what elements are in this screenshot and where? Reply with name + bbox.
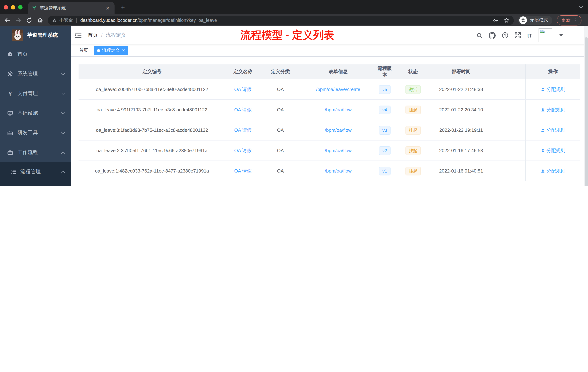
sidebar-item-workflow[interactable]: 工作流程 <box>0 143 71 162</box>
caret-down-icon[interactable] <box>559 34 563 36</box>
sidebar: 芋道管理系统 首页 系统管理 ¥ 支付管理 <box>0 26 71 186</box>
assign-rule-link[interactable]: 分配规则 <box>541 147 566 154</box>
cell-category: OA <box>260 79 300 99</box>
sidebar-item-payment[interactable]: ¥ 支付管理 <box>0 84 71 103</box>
sidebar-item-system[interactable]: 系统管理 <box>0 64 71 84</box>
version-badge: v4 <box>379 105 390 114</box>
sidebar-item-devtools[interactable]: 研发工具 <box>0 123 71 143</box>
sidebar-item-process-form[interactable]: 流程表单 <box>0 181 71 186</box>
definition-name-link[interactable]: OA 请假 <box>234 148 252 153</box>
definition-name-link[interactable]: OA 请假 <box>234 127 252 133</box>
scrollbar-thumb[interactable] <box>585 37 588 186</box>
cell-time: 2022-01-22 20:34:10 <box>433 99 489 120</box>
tag-close-icon[interactable]: ✕ <box>122 48 125 52</box>
version-badge: v5 <box>379 85 390 94</box>
breadcrumb-home[interactable]: 首页 <box>88 32 98 39</box>
form-link[interactable]: /bpm/oa/leave/create <box>316 87 360 92</box>
cell-time: 2022-01-16 01:40:51 <box>433 161 489 181</box>
reload-icon[interactable] <box>24 15 34 25</box>
cell-category: OA <box>260 120 300 140</box>
password-key-icon[interactable] <box>493 17 499 23</box>
chevron-down-icon <box>61 92 65 95</box>
cell-id: oa_leave:1:482ec033-762a-11ec-8477-a2380… <box>79 161 225 181</box>
active-dot <box>97 49 100 52</box>
avatar[interactable] <box>538 28 552 42</box>
tags-view: 首页 流程定义 ✕ <box>71 44 588 57</box>
version-badge: v2 <box>379 146 390 155</box>
toolbox-icon <box>7 150 13 155</box>
sidebar-item-process-management[interactable]: 流程管理 <box>0 162 71 181</box>
chevron-down-icon <box>61 131 65 134</box>
form-link[interactable]: /bpm/oa/flow <box>325 107 351 112</box>
assign-rule-link[interactable]: 分配规则 <box>541 168 566 174</box>
status-badge: 挂起 <box>405 166 421 175</box>
chevron-down-icon <box>61 112 65 114</box>
cell-time: 2022-01-22 19:19:11 <box>433 120 489 140</box>
col-header-id: 定义编号 <box>79 65 225 79</box>
font-size-icon[interactable]: tT <box>527 32 532 38</box>
chevron-up-icon <box>61 171 65 173</box>
incognito-badge: 无痕模式 <box>518 15 552 25</box>
form-link[interactable]: /bpm/oa/flow <box>325 168 351 174</box>
app-root: 芋道管理系统 首页 系统管理 ¥ 支付管理 <box>0 26 588 186</box>
update-label[interactable]: 更新 <box>561 17 571 23</box>
definition-name-link[interactable]: OA 请假 <box>234 168 252 174</box>
form-link[interactable]: /bpm/oa/flow <box>325 148 351 153</box>
forward-icon[interactable] <box>13 15 24 25</box>
github-icon[interactable] <box>489 32 496 39</box>
assign-rule-link[interactable]: 分配规则 <box>541 107 566 113</box>
cell-category: OA <box>260 140 300 161</box>
browser-tab[interactable]: 芋道管理系统 ✕ <box>28 2 115 14</box>
yen-icon: ¥ <box>7 91 13 97</box>
form-link[interactable]: /bpm/oa/flow <box>325 127 351 133</box>
menu-fold-icon[interactable] <box>72 26 85 44</box>
browser-update-button[interactable]: 更新 ⋮ <box>557 15 581 25</box>
sidebar-logo[interactable]: 芋道管理系统 <box>0 26 71 44</box>
tab-title: 芋道管理系统 <box>40 5 104 11</box>
definition-name-link[interactable]: OA 请假 <box>234 107 252 112</box>
tag-process-definition[interactable]: 流程定义 ✕ <box>94 46 128 55</box>
cell-category: OA <box>260 161 300 181</box>
help-icon[interactable] <box>502 32 508 39</box>
close-window-button[interactable] <box>4 5 8 10</box>
page-scrollbar[interactable] <box>584 26 588 186</box>
browser-window: 芋道管理系统 ✕ + 不安全 | dashboard.yudao.iocoder… <box>0 0 588 186</box>
back-icon[interactable] <box>2 15 13 25</box>
warning-icon <box>52 18 57 22</box>
maximize-window-button[interactable] <box>18 5 22 10</box>
bookmark-star-icon[interactable] <box>504 17 509 23</box>
cell-category: OA <box>260 99 300 120</box>
incognito-icon <box>519 16 527 24</box>
fullscreen-icon[interactable] <box>514 32 521 39</box>
sidebar-item-home[interactable]: 首页 <box>0 44 71 64</box>
url-separator: | <box>76 17 77 23</box>
table-row: oa_leave:2:3c1f0ef1-76b1-11ec-9c66-a2380… <box>79 140 580 161</box>
definition-name-link[interactable]: OA 请假 <box>234 87 252 92</box>
version-badge: v1 <box>379 166 390 175</box>
security-label[interactable]: 不安全 <box>59 17 73 23</box>
logo-avatar <box>12 30 23 41</box>
status-badge: 挂起 <box>405 146 421 155</box>
home-icon[interactable] <box>34 15 45 25</box>
table-row: oa_leave:5:004b710b-7b8a-11ec-8ef0-acde4… <box>79 79 580 99</box>
list-icon <box>11 169 17 175</box>
tab-search-icon[interactable] <box>578 4 584 10</box>
url-bar[interactable]: 不安全 | dashboard.yudao.iocoder.cn/bpm/man… <box>48 15 514 25</box>
breadcrumb: 首页 / 流程定义 <box>88 32 126 39</box>
tag-home[interactable]: 首页 <box>76 46 91 55</box>
assign-rule-link[interactable]: 分配规则 <box>541 127 566 133</box>
new-tab-button[interactable]: + <box>119 4 126 11</box>
cell-id: oa_leave:3:1fad3d93-7b75-11ec-a3c8-acde4… <box>79 120 225 140</box>
col-header-form: 表单信息 <box>300 65 376 79</box>
col-header-action: 操作 <box>525 65 580 79</box>
status-badge: 挂起 <box>405 105 421 114</box>
tab-close-icon[interactable]: ✕ <box>104 5 111 11</box>
definition-table: 定义编号 定义名称 定义分类 表单信息 流程版本 状态 部署时间 操作 <box>79 65 580 181</box>
col-header-status: 状态 <box>393 65 433 79</box>
app-navbar: 首页 / 流程定义 流程模型 - 定义列表 <box>71 26 588 44</box>
minimize-window-button[interactable] <box>11 5 15 10</box>
search-icon[interactable] <box>476 32 483 38</box>
sidebar-item-infrastructure[interactable]: 基础设施 <box>0 103 71 123</box>
assign-rule-link[interactable]: 分配规则 <box>541 86 566 93</box>
browser-menu-icon[interactable]: ⋮ <box>573 18 578 22</box>
